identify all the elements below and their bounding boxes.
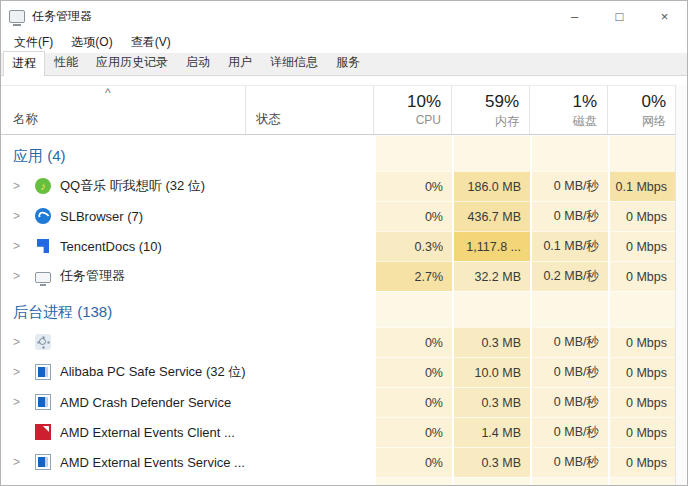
column-header-status[interactable]: 状态 bbox=[246, 86, 374, 134]
network-value: 0 Mbps bbox=[608, 357, 676, 387]
status-cell bbox=[246, 477, 374, 485]
network-value: 0.1 Mbps bbox=[608, 171, 676, 201]
slbrowser-icon bbox=[35, 208, 51, 224]
memory-value bbox=[452, 135, 530, 171]
process-row[interactable]: AMD External Events Client ...0%1.4 MB0 … bbox=[1, 417, 676, 447]
disk-value bbox=[530, 291, 608, 327]
column-header-memory[interactable]: 59%内存 bbox=[452, 86, 530, 134]
disk-value bbox=[530, 477, 608, 485]
column-label: 内存 bbox=[452, 113, 519, 130]
name-cell: AMD External Events Client ... bbox=[1, 417, 246, 447]
cpu-value: 0% bbox=[374, 447, 452, 477]
expand-chevron-icon[interactable]: > bbox=[13, 365, 35, 379]
network-value: 0 Mbps bbox=[608, 231, 676, 261]
menu-view[interactable]: 查看(V) bbox=[122, 34, 180, 51]
cpu-value: 0.3% bbox=[374, 231, 452, 261]
network-value: 0 Mbps bbox=[608, 201, 676, 231]
table-filler bbox=[1, 477, 676, 485]
cpu-value: 0% bbox=[374, 171, 452, 201]
process-name: QQ音乐 听我想听 (32 位) bbox=[60, 177, 205, 195]
content-gap bbox=[1, 76, 687, 85]
tab-performance[interactable]: 性能 bbox=[45, 50, 87, 75]
task-manager-window: 任务管理器 – □ × 文件(F)选项(O)查看(V) 进程性能应用历史记录启动… bbox=[0, 0, 688, 486]
column-percent: 0% bbox=[608, 91, 666, 112]
status-cell bbox=[246, 135, 374, 171]
name-cell: >AMD Crash Defender Service bbox=[1, 387, 246, 417]
disk-value: 0 MB/秒 bbox=[530, 171, 608, 201]
column-header-name[interactable]: ^ 名称 bbox=[1, 86, 246, 134]
name-cell: 应用 (4) bbox=[1, 135, 246, 171]
tab-details[interactable]: 详细信息 bbox=[261, 50, 327, 75]
titlebar: 任务管理器 – □ × bbox=[1, 1, 687, 31]
taskmgr-icon bbox=[35, 272, 51, 283]
process-row[interactable]: >AMD Crash Defender Service0%0.3 MB0 MB/… bbox=[1, 387, 676, 417]
process-row[interactable]: >任务管理器2.7%32.2 MB0.2 MB/秒0 Mbps bbox=[1, 261, 676, 291]
tab-app-history[interactable]: 应用历史记录 bbox=[87, 50, 177, 75]
tab-processes[interactable]: 进程 bbox=[3, 51, 45, 76]
column-header-disk[interactable]: 1%磁盘 bbox=[530, 86, 608, 134]
minimize-icon: – bbox=[571, 9, 578, 24]
column-percent: 10% bbox=[374, 91, 441, 112]
tab-startup[interactable]: 启动 bbox=[177, 50, 219, 75]
name-cell: > bbox=[1, 327, 246, 357]
menu-options[interactable]: 选项(O) bbox=[62, 34, 121, 51]
cpu-value bbox=[374, 477, 452, 485]
expand-chevron-icon[interactable]: > bbox=[13, 179, 35, 193]
vertical-scrollbar[interactable] bbox=[675, 85, 687, 485]
expand-chevron-icon[interactable]: > bbox=[13, 395, 35, 409]
close-button[interactable]: × bbox=[642, 1, 687, 31]
process-row[interactable]: >QQ音乐 听我想听 (32 位)0%186.0 MB0 MB/秒0.1 Mbp… bbox=[1, 171, 676, 201]
expand-chevron-icon[interactable]: > bbox=[13, 209, 35, 223]
maximize-icon: □ bbox=[616, 9, 624, 24]
status-cell bbox=[246, 447, 374, 477]
tab-users[interactable]: 用户 bbox=[219, 50, 261, 75]
process-name: TencentDocs (10) bbox=[60, 239, 162, 254]
memory-value: 0.3 MB bbox=[452, 327, 530, 357]
process-name: AMD External Events Service ... bbox=[60, 455, 245, 470]
process-row[interactable]: >AMD External Events Service ...0%0.3 MB… bbox=[1, 447, 676, 477]
column-header-cpu[interactable]: 10%CPU bbox=[374, 86, 452, 134]
menu-file[interactable]: 文件(F) bbox=[5, 34, 62, 51]
winblue-icon bbox=[35, 454, 51, 470]
group-label: 应用 (4) bbox=[13, 147, 66, 166]
cpu-value: 0% bbox=[374, 417, 452, 447]
process-name: Alibaba PC Safe Service (32 位) bbox=[60, 363, 246, 381]
cpu-value: 0% bbox=[374, 201, 452, 231]
process-row[interactable]: >TencentDocs (10)0.3%1,117.8 ...0.1 MB/秒… bbox=[1, 231, 676, 261]
status-cell bbox=[246, 291, 374, 327]
memory-value bbox=[452, 477, 530, 485]
process-row[interactable]: >0%0.3 MB0 MB/秒0 Mbps bbox=[1, 327, 676, 357]
group-row[interactable]: 应用 (4) bbox=[1, 135, 676, 171]
expand-chevron-icon[interactable]: > bbox=[13, 239, 35, 253]
status-cell bbox=[246, 387, 374, 417]
status-cell bbox=[246, 231, 374, 261]
disk-value: 0 MB/秒 bbox=[530, 417, 608, 447]
network-value: 0 Mbps bbox=[608, 387, 676, 417]
winblue-icon bbox=[35, 364, 51, 380]
process-table-body: 应用 (4)>QQ音乐 听我想听 (32 位)0%186.0 MB0 MB/秒0… bbox=[1, 135, 676, 485]
group-row[interactable]: 后台进程 (138) bbox=[1, 291, 676, 327]
memory-value: 1.4 MB bbox=[452, 417, 530, 447]
column-label: 网络 bbox=[608, 113, 666, 130]
name-cell bbox=[1, 477, 246, 485]
sort-ascending-icon[interactable]: ^ bbox=[105, 86, 111, 100]
status-cell bbox=[246, 261, 374, 291]
column-label: CPU bbox=[374, 113, 441, 127]
maximize-button[interactable]: □ bbox=[597, 1, 642, 31]
name-cell: >QQ音乐 听我想听 (32 位) bbox=[1, 171, 246, 201]
column-header-network[interactable]: 0%网络 bbox=[608, 86, 676, 134]
cpu-value bbox=[374, 135, 452, 171]
expand-chevron-icon[interactable]: > bbox=[13, 335, 35, 349]
process-row[interactable]: >SLBrowser (7)0%436.7 MB0 MB/秒0 Mbps bbox=[1, 201, 676, 231]
column-label: 状态 bbox=[256, 111, 281, 128]
memory-value: 1,117.8 ... bbox=[452, 231, 530, 261]
tab-services[interactable]: 服务 bbox=[327, 50, 369, 75]
process-name: AMD External Events Client ... bbox=[60, 425, 235, 440]
expand-chevron-icon[interactable]: > bbox=[13, 455, 35, 469]
expand-chevron-icon[interactable]: > bbox=[13, 269, 35, 283]
network-value bbox=[608, 477, 676, 485]
disk-value: 0 MB/秒 bbox=[530, 447, 608, 477]
minimize-button[interactable]: – bbox=[552, 1, 597, 31]
status-cell bbox=[246, 417, 374, 447]
process-row[interactable]: >Alibaba PC Safe Service (32 位)0%10.0 MB… bbox=[1, 357, 676, 387]
